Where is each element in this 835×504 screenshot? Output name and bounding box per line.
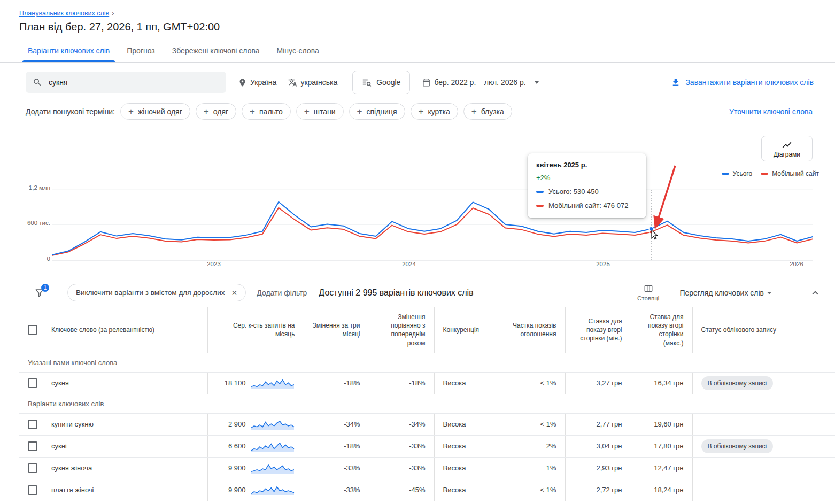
add-term-chip[interactable]: +пальто — [242, 103, 291, 120]
keyword-cell: сукня жіноча — [43, 457, 207, 479]
add-term-chip[interactable]: +жіночий одяг — [120, 103, 190, 120]
row-checkbox[interactable] — [28, 441, 37, 451]
language-selector[interactable]: українська — [288, 78, 337, 87]
breadcrumb-link[interactable]: Планувальник ключових слів — [19, 10, 109, 17]
tooltip-delta: +2% — [536, 174, 638, 182]
row-checkbox[interactable] — [28, 485, 37, 495]
legend-item[interactable]: Усього — [722, 170, 753, 177]
add-filter-button[interactable]: Додати фільтр — [257, 289, 307, 297]
keyword-cell: купити сукню — [43, 413, 207, 435]
term-chip-label: блузка — [481, 107, 504, 116]
add-term-chip[interactable]: +блузка — [463, 103, 512, 120]
sparkline-chart — [250, 417, 295, 431]
header-top-bid-high[interactable]: Ставка для показу вгорі сторінки (макс.) — [631, 307, 692, 353]
term-chip-label: куртка — [428, 107, 450, 116]
keyword-view-select[interactable]: Перегляд ключових слів — [679, 288, 775, 298]
columns-button[interactable]: Стовпці — [637, 284, 659, 301]
refine-keywords-link[interactable]: Уточнити ключові слова — [729, 107, 813, 116]
filter-chip-label: Виключити варіанти з вмістом для доросли… — [76, 289, 225, 297]
download-keywords-button[interactable]: Завантажити варіанти ключових слів — [671, 77, 814, 87]
active-filter-chip[interactable]: Виключити варіанти з вмістом для доросли… — [67, 284, 246, 301]
plus-icon: + — [250, 107, 255, 116]
status-badge: В обліковому записі — [701, 439, 774, 453]
calendar-icon — [422, 78, 431, 87]
top-bid-high-cell: 18,24 грн — [631, 479, 692, 501]
keyword-cell: сукні — [43, 435, 207, 457]
header-yoy-change[interactable]: Змінення порівняно з попереднім роком — [369, 307, 434, 353]
competition-cell: Висока — [434, 372, 500, 394]
avg-searches-value: 18 100 — [217, 379, 246, 387]
header-avg-searches[interactable]: Сер. к-сть запитів на місяць — [207, 307, 304, 353]
yoy-change-cell: -34% — [369, 413, 434, 435]
header-account-status[interactable]: Статус облікового запису — [692, 307, 835, 353]
header-top-bid-low[interactable]: Ставка для показу вгорі сторінки (мін.) — [565, 307, 631, 353]
language-label: українська — [300, 78, 337, 87]
term-chip-label: пальто — [259, 107, 283, 116]
x-axis-label: 2024 — [393, 261, 425, 267]
sparkline-chart — [250, 376, 295, 390]
legend-dash — [761, 173, 768, 175]
table-section-label: Варіанти ключових слів — [19, 394, 835, 413]
keywords-table: Ключове слово (за релевантністю) Сер. к-… — [19, 307, 835, 501]
tooltip-mobile: Мобільний сайт: 476 072 — [548, 201, 628, 210]
avg-searches-value: 6 600 — [217, 442, 246, 450]
tab-2[interactable]: Прогноз — [118, 40, 164, 62]
chevron-up-icon — [809, 287, 821, 299]
select-all-checkbox[interactable] — [28, 325, 37, 335]
row-checkbox[interactable] — [28, 378, 37, 388]
tab-4[interactable]: Мінус-слова — [268, 40, 328, 62]
search-input[interactable]: сукня — [26, 72, 226, 93]
row-checkbox-cell — [19, 435, 43, 457]
three-month-change-cell: -34% — [304, 413, 369, 435]
diagrams-button[interactable]: Діаграми — [761, 136, 813, 161]
top-bid-high-cell: 16,34 грн — [631, 372, 692, 394]
row-checkbox[interactable] — [28, 463, 37, 473]
avg-searches-value: 2 900 — [217, 420, 246, 428]
legend-dash — [722, 173, 729, 175]
tab-1[interactable]: Варіанти ключових слів — [19, 40, 118, 62]
columns-label: Стовпці — [637, 295, 659, 301]
top-bid-high-cell: 17,80 грн — [631, 435, 692, 457]
competition-cell: Висока — [434, 457, 500, 479]
mobile-series-dash — [536, 205, 544, 207]
columns-icon — [644, 284, 653, 293]
header-keyword[interactable]: Ключове слово (за релевантністю) — [43, 307, 207, 353]
avg-searches-cell: 9 900 — [207, 479, 304, 501]
account-status-cell — [692, 479, 835, 501]
filter-bar: 1 Виключити варіанти з вмістом для дорос… — [0, 278, 835, 307]
table-section-row: Указані вами ключові слова — [19, 353, 835, 372]
date-range-selector[interactable]: бер. 2022 р. – лют. 2026 р. — [422, 78, 538, 87]
network-selector[interactable]: Google — [352, 71, 410, 94]
legend-item[interactable]: Мобільний сайт — [761, 170, 819, 177]
header-three-month-change[interactable]: Змінення за три місяці — [304, 307, 369, 353]
filter-button[interactable]: 1 — [34, 288, 45, 298]
sparkline-chart — [250, 461, 295, 475]
tooltip-total: Усього: 530 450 — [548, 188, 599, 196]
legend-label: Мобільний сайт — [772, 170, 819, 177]
trend-line-chart[interactable] — [52, 185, 817, 266]
close-icon[interactable]: ✕ — [231, 289, 238, 297]
header-competition[interactable]: Конкуренція — [434, 307, 500, 353]
avg-searches-cell: 9 900 — [207, 457, 304, 479]
page-title: План від бер. 27, 2026, 1 пп, GMT+02:00 — [19, 21, 814, 33]
header-impression-share[interactable]: Частка показів оголошення — [500, 307, 565, 353]
search-toolbar: сукня Україна українська Google бер. 202… — [0, 63, 835, 102]
add-term-chip[interactable]: +спідниця — [349, 103, 405, 120]
avg-searches-cell: 18 100 — [207, 372, 304, 394]
row-checkbox-cell — [19, 479, 43, 501]
row-checkbox[interactable] — [28, 420, 37, 429]
yoy-change-cell: -18% — [369, 372, 434, 394]
date-range-label: бер. 2022 р. – лют. 2026 р. — [434, 78, 525, 87]
add-term-chip[interactable]: +куртка — [411, 103, 458, 120]
keyword-cell: плаття жіночі — [43, 479, 207, 501]
competition-cell: Висока — [434, 479, 500, 501]
collapse-panel-button[interactable] — [809, 287, 821, 299]
total-series-dash — [536, 191, 544, 193]
tab-3[interactable]: Збережені ключові слова — [164, 40, 268, 62]
add-term-chip[interactable]: +одяг — [196, 103, 236, 120]
term-chip-label: спідниця — [367, 107, 397, 116]
add-term-chip[interactable]: +штани — [296, 103, 344, 120]
location-selector[interactable]: Україна — [238, 78, 276, 87]
sparkline-chart — [250, 483, 295, 497]
x-axis-label: 2023 — [198, 261, 230, 267]
